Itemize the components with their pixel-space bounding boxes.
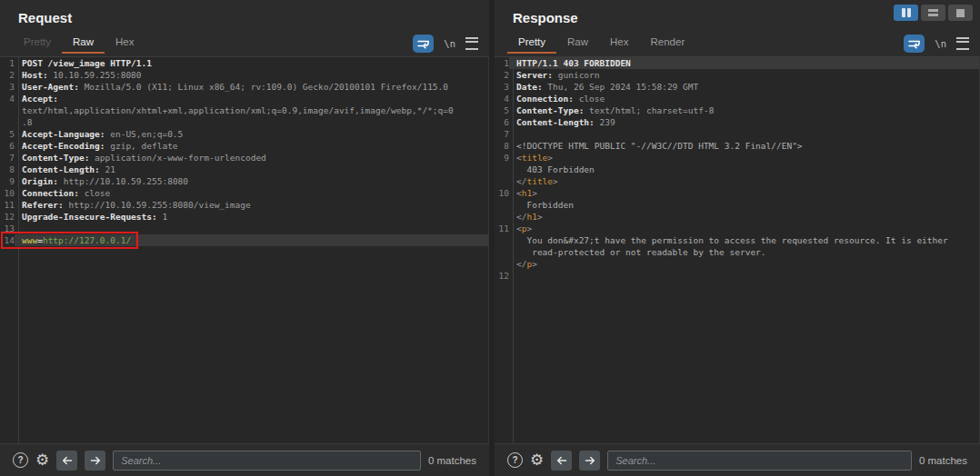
rows-layout-button[interactable] [921, 5, 945, 21]
editor-line[interactable]: 8<!DOCTYPE HTML PUBLIC "-//W3C//DTD HTML… [495, 140, 979, 152]
editor-line[interactable]: 4Connection: close [495, 93, 979, 104]
code-line[interactable]: <h1> [509, 187, 979, 199]
code-line[interactable]: www=http://127.0.0.1/ [15, 234, 488, 246]
editor-line[interactable]: 9<title> [495, 152, 979, 164]
tab-pretty[interactable]: Pretty [507, 31, 556, 54]
code-line[interactable]: <p> [509, 223, 979, 234]
editor-line[interactable]: 10<h1> [495, 187, 979, 199]
code-line[interactable]: Upgrade-Insecure-Requests: 1 [15, 211, 488, 223]
response-editor[interactable]: 1HTTP/1.1 403 FORBIDDEN2Server: gunicorn… [495, 56, 980, 443]
code-line[interactable]: Date: Thu, 26 Sep 2024 15:58:29 GMT [509, 81, 979, 93]
editor-menu-icon[interactable] [956, 37, 969, 50]
code-line[interactable]: Origin: http://10.10.59.255:8080 [15, 175, 488, 187]
editor-line[interactable]: 7 [495, 128, 979, 140]
code-line[interactable]: Host: 10.10.59.255:8080 [15, 69, 488, 81]
next-match-button[interactable] [85, 451, 105, 471]
code-line[interactable]: Content-Type: application/x-www-form-url… [15, 152, 488, 164]
tab-render[interactable]: Render [640, 31, 696, 52]
code-line[interactable]: Accept: [15, 93, 488, 104]
code-line[interactable]: POST /view_image HTTP/1.1 [15, 57, 488, 69]
editor-line[interactable]: 7Content-Type: application/x-www-form-ur… [0, 152, 488, 164]
word-wrap-toggle-button[interactable] [413, 35, 434, 53]
editor-line[interactable]: 3User-Agent: Mozilla/5.0 (X11; Linux x86… [0, 81, 488, 93]
code-line[interactable] [509, 270, 979, 282]
editor-line[interactable]: read-protected or not readable by the se… [495, 246, 979, 258]
editor-line[interactable]: 4Accept: [0, 93, 488, 104]
editor-line[interactable]: 13 [0, 223, 488, 234]
search-settings-gear-icon[interactable]: ⚙ [35, 452, 49, 468]
editor-menu-icon[interactable] [465, 37, 478, 50]
single-layout-button[interactable] [948, 5, 973, 21]
editor-line[interactable]: 1HTTP/1.1 403 FORBIDDEN [495, 57, 979, 69]
editor-line[interactable]: 6Content-Length: 239 [495, 116, 979, 128]
code-line[interactable]: </p> [509, 258, 979, 270]
request-editor[interactable]: 1POST /view_image HTTP/1.12Host: 10.10.5… [0, 56, 489, 443]
code-line[interactable]: Server: gunicorn [509, 69, 979, 81]
editor-line[interactable]: 9Origin: http://10.10.59.255:8080 [0, 175, 488, 187]
previous-match-button[interactable] [551, 451, 572, 471]
editor-line[interactable]: Forbidden [495, 199, 979, 211]
code-line[interactable]: Connection: close [15, 187, 488, 199]
response-tabs: PrettyRawHexRender [507, 33, 695, 48]
editor-line[interactable]: 8Content-Length: 21 [0, 164, 488, 175]
code-line[interactable]: Content-Length: 21 [15, 164, 488, 175]
editor-line[interactable]: 2Server: gunicorn [495, 69, 979, 81]
tab-hex[interactable]: Hex [599, 31, 639, 52]
code-line[interactable]: Accept-Language: en-US,en;q=0.5 [15, 128, 488, 140]
columns-layout-button[interactable] [894, 5, 918, 21]
code-line[interactable]: </h1> [509, 211, 979, 223]
editor-line[interactable]: 3Date: Thu, 26 Sep 2024 15:58:29 GMT [495, 81, 979, 93]
code-line[interactable]: </title> [509, 175, 979, 187]
tab-pretty[interactable]: Pretty [13, 31, 62, 52]
editor-line[interactable]: </title> [495, 175, 979, 187]
code-line[interactable]: text/html,application/xhtml+xml,applicat… [15, 104, 488, 116]
code-line[interactable]: <title> [509, 152, 979, 164]
editor-line[interactable]: 12Upgrade-Insecure-Requests: 1 [0, 211, 488, 223]
editor-line[interactable]: 6Accept-Encoding: gzip, deflate [0, 140, 488, 152]
search-input[interactable] [113, 451, 421, 471]
code-line[interactable] [509, 128, 979, 140]
editor-line[interactable]: 11<p> [495, 223, 979, 234]
editor-line[interactable]: 14www=http://127.0.0.1/ [0, 234, 488, 246]
tab-raw[interactable]: Raw [556, 31, 599, 52]
help-icon[interactable]: ? [507, 452, 523, 468]
code-line[interactable]: Content-Type: text/html; charset=utf-8 [509, 104, 979, 116]
code-segment: http://10.10.59.255:8080/view_image [64, 200, 251, 210]
code-line[interactable]: Content-Length: 239 [509, 116, 979, 128]
search-input[interactable] [607, 451, 912, 471]
code-line[interactable]: read-protected or not readable by the se… [509, 246, 979, 258]
editor-line[interactable]: </h1> [495, 211, 979, 223]
code-line[interactable]: You don&#x27;t have the permission to ac… [509, 234, 979, 246]
tab-raw[interactable]: Raw [62, 31, 105, 54]
search-settings-gear-icon[interactable]: ⚙ [530, 452, 544, 468]
code-line[interactable]: Forbidden [509, 199, 979, 211]
editor-line[interactable]: 11Referer: http://10.10.59.255:8080/view… [0, 199, 488, 211]
code-line[interactable]: HTTP/1.1 403 FORBIDDEN [509, 57, 979, 69]
code-line[interactable]: User-Agent: Mozilla/5.0 (X11; Linux x86_… [15, 81, 488, 93]
code-line[interactable]: .8 [15, 116, 488, 128]
code-line[interactable]: Connection: close [509, 93, 979, 104]
editor-line[interactable]: 12 [495, 270, 979, 282]
editor-line[interactable]: You don&#x27;t have the permission to ac… [495, 234, 979, 246]
help-icon[interactable]: ? [13, 452, 28, 468]
editor-line[interactable]: 1POST /view_image HTTP/1.1 [0, 57, 488, 69]
newline-toggle[interactable]: \n [935, 38, 946, 49]
next-match-button[interactable] [579, 451, 600, 471]
newline-toggle[interactable]: \n [444, 38, 455, 49]
code-line[interactable]: Referer: http://10.10.59.255:8080/view_i… [15, 199, 488, 211]
code-line[interactable]: <!DOCTYPE HTML PUBLIC "-//W3C//DTD HTML … [509, 140, 979, 152]
previous-match-button[interactable] [56, 451, 77, 471]
editor-line[interactable]: 403 Forbidden [495, 164, 979, 175]
code-line[interactable]: Accept-Encoding: gzip, deflate [15, 140, 488, 152]
editor-line[interactable]: 5Accept-Language: en-US,en;q=0.5 [0, 128, 488, 140]
code-line[interactable]: 403 Forbidden [509, 164, 979, 175]
editor-line[interactable]: 5Content-Type: text/html; charset=utf-8 [495, 104, 979, 116]
editor-line[interactable]: </p> [495, 258, 979, 270]
editor-line[interactable]: 10Connection: close [0, 187, 488, 199]
editor-line[interactable]: 2Host: 10.10.59.255:8080 [0, 69, 488, 81]
editor-line[interactable]: .8 [0, 116, 488, 128]
tab-hex[interactable]: Hex [105, 31, 145, 52]
word-wrap-toggle-button[interactable] [904, 35, 925, 53]
editor-line[interactable]: text/html,application/xhtml+xml,applicat… [0, 104, 488, 116]
code-line[interactable] [15, 223, 488, 234]
